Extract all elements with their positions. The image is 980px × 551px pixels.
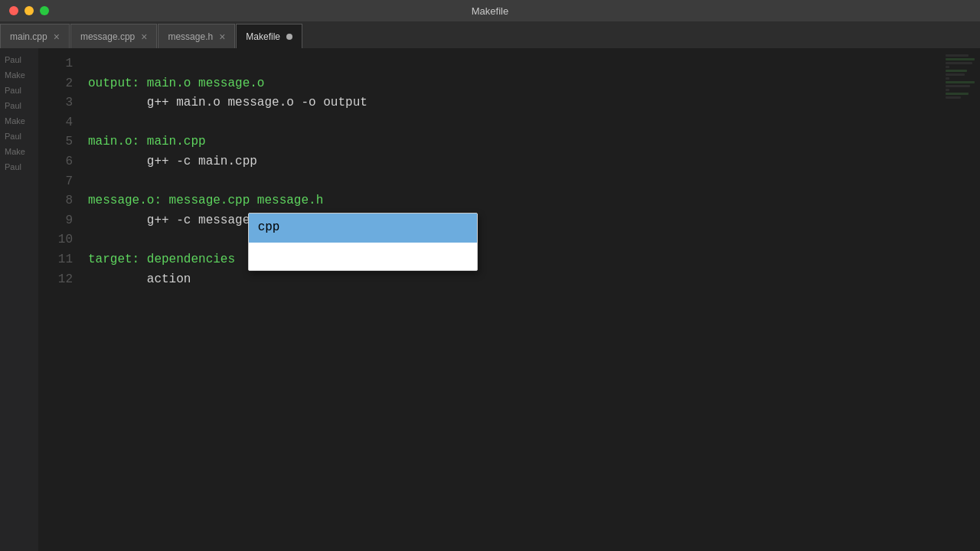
sidebar-item: Paul [0,52,38,67]
line-num: 4 [38,113,73,133]
window-controls [9,6,49,15]
sidebar-item: Make [0,144,38,159]
code-line-10 [88,230,942,250]
sidebar: Paul Make Paul Paul Make Paul Make Paul [0,48,38,551]
minimap-line [946,54,969,57]
sidebar-item: Paul [0,159,38,174]
minimap-lines [946,54,976,100]
tab-close-icon[interactable]: × [219,31,225,42]
code-line-4 [88,113,942,133]
tab-message-h[interactable]: message.h × [158,24,235,48]
tab-label: message.h [168,31,213,42]
minimap-line [946,96,961,99]
close-button[interactable] [9,6,18,15]
tab-close-icon[interactable]: × [141,31,147,42]
minimap-line [946,62,972,64]
minimap-line [946,89,949,91]
sidebar-item: Paul [0,98,38,113]
line-num: 8 [38,191,73,211]
line-num: 2 [38,74,73,94]
code-line-11: target: dependencies [88,250,942,270]
code-line-9: g++ -c message.cp [88,211,942,231]
tab-main-cpp[interactable]: main.cpp × [0,24,70,48]
autocomplete-item-cpp[interactable]: cpp [249,214,477,243]
code-line-1 [88,54,942,74]
autocomplete-dropdown[interactable]: cpp [248,213,478,271]
code-area: output: main.o message.o g++ main.o mess… [80,48,942,551]
autocomplete-item-empty[interactable] [249,243,477,270]
line-num: 12 [38,270,73,290]
minimap-line [946,93,969,95]
minimize-button[interactable] [24,6,34,15]
tab-bar: main.cpp × message.cpp × message.h × Mak… [0,21,980,48]
minimap [942,48,980,551]
code-line-5: main.o: main.cpp [88,132,942,152]
editor-content: 1 2 3 4 5 6 7 8 9 10 11 12 output: main.… [38,48,980,551]
main-area: Paul Make Paul Paul Make Paul Make Paul … [0,48,980,551]
title-bar: Makefile [0,0,980,21]
tab-close-icon[interactable]: × [54,31,60,42]
sidebar-item: Make [0,113,38,129]
minimap-line [946,58,975,60]
minimap-line [946,77,949,80]
line-num: 9 [38,211,73,231]
sidebar-item: Paul [0,129,38,144]
maximize-button[interactable] [40,6,49,15]
line-numbers: 1 2 3 4 5 6 7 8 9 10 11 12 [38,48,80,551]
sidebar-item: Paul [0,83,38,98]
editor[interactable]: 1 2 3 4 5 6 7 8 9 10 11 12 output: main.… [38,48,980,551]
code-line-8: message.o: message.cpp message.h [88,191,942,211]
code-line-12: action [88,270,942,290]
minimap-line [946,70,967,72]
tab-label: main.cpp [10,31,47,42]
minimap-line [946,85,970,87]
code-line-3: g++ main.o message.o -o output [88,93,942,113]
window-title: Makefile [472,5,508,17]
sidebar-item: Make [0,67,38,83]
minimap-line [946,66,949,68]
line-num: 5 [38,132,73,152]
tab-dirty-indicator [286,34,292,40]
tab-message-cpp[interactable]: message.cpp × [70,24,158,48]
minimap-line [946,73,965,76]
code-line-7 [88,172,942,192]
code-line-6: g++ -c main.cpp [88,152,942,172]
line-num: 1 [38,54,73,74]
minimap-line [946,81,975,83]
tab-makefile[interactable]: Makefile [236,24,302,48]
line-num: 7 [38,172,73,192]
line-num: 11 [38,250,73,270]
tab-label: Makefile [246,31,280,42]
line-num: 10 [38,230,73,250]
line-num: 3 [38,93,73,113]
line-num: 6 [38,152,73,172]
tab-label: message.cpp [80,31,135,42]
code-line-2: output: main.o message.o [88,74,942,94]
